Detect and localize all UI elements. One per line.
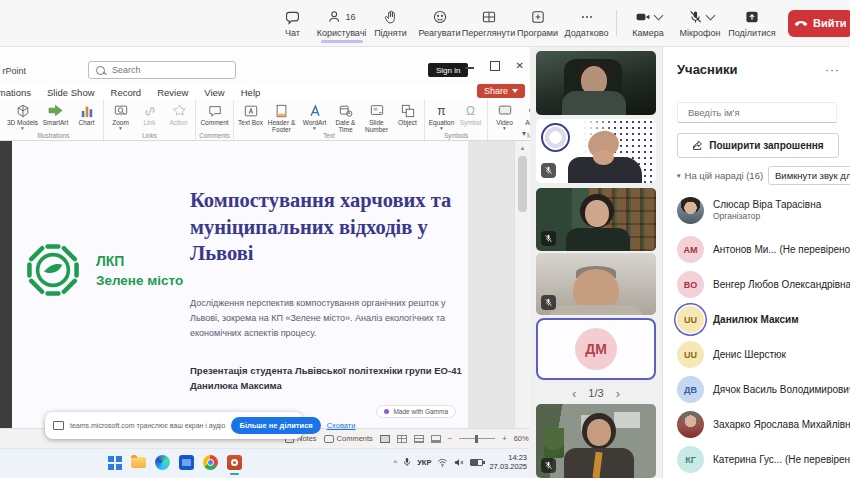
ribbon-item-video[interactable]: Video ▾ [490, 102, 519, 134]
video-tile-self[interactable] [536, 404, 656, 478]
tab-help[interactable]: Help [233, 87, 269, 98]
ribbon-item-slide-number[interactable]: Slide Number [360, 102, 393, 134]
start-button[interactable] [106, 454, 123, 471]
participant-row[interactable]: ДВ Дячок Василь Володимирович [663, 372, 850, 407]
ribbon-item-equation[interactable]: π Equation ▾ [427, 102, 456, 132]
tab-slide-show[interactable]: Slide Show [39, 87, 103, 98]
zoom-in-button[interactable]: + [502, 434, 506, 443]
leave-button[interactable]: Вийти [788, 10, 850, 37]
participants-search-box[interactable] [677, 102, 837, 123]
ribbon-item-zoom[interactable]: Zoom ▾ [106, 102, 135, 132]
slide-description: Дослідження перспектив компостування орг… [190, 296, 468, 341]
wifi-icon[interactable] [437, 458, 448, 467]
ribbon-item-date-time[interactable]: Date & Time [331, 102, 360, 134]
ribbon-item-wordart[interactable]: WordArt ▾ [298, 102, 331, 134]
page-next-icon[interactable]: › [616, 386, 620, 401]
sign-in-button[interactable]: Sign in [428, 63, 468, 77]
toolbar-microphone[interactable]: Мікрофон [674, 1, 726, 45]
participant-row[interactable]: UU Денис Шерстюк [663, 337, 850, 372]
powerpoint-taskbar-button[interactable] [226, 454, 243, 471]
ppt-share-button[interactable]: Share [477, 84, 525, 98]
slide-scrollbar[interactable]: ▴ [514, 141, 530, 428]
participant-row[interactable]: КГ Катерина Гус... (Не перевірено) [663, 442, 850, 477]
participant-row[interactable]: АМ Антонов Ми... (Не перевірено) [663, 232, 850, 267]
minimize-icon[interactable] [465, 67, 474, 68]
toolbar-share[interactable]: Поділитися [726, 1, 778, 45]
participants-search-input[interactable] [686, 106, 828, 119]
ribbon-item-smartart[interactable]: SmartArt [39, 102, 72, 132]
file-explorer-button[interactable] [130, 454, 147, 471]
camera-chevron-icon[interactable] [654, 11, 664, 21]
participants-more-icon[interactable]: ··· [825, 63, 840, 77]
word-app-button[interactable] [178, 454, 195, 471]
ribbon-collapse-chevron-icon[interactable]: ▾ [522, 129, 526, 138]
mute-all-button[interactable]: Вимкнути звук для ... [768, 166, 850, 185]
ribbon-item-comment[interactable]: Comment [198, 102, 231, 131]
video-tile-3[interactable] [536, 188, 656, 251]
tray-expand-icon[interactable]: ^ [393, 458, 397, 467]
toolbar-raise-hand[interactable]: Підняти [366, 1, 415, 45]
zoom-out-button[interactable]: − [448, 434, 452, 443]
tab-record[interactable]: Record [103, 87, 150, 98]
battery-icon[interactable] [470, 459, 483, 467]
toolbar-react[interactable]: Реагувати [415, 1, 464, 45]
slide-sorter-view-button[interactable] [397, 435, 407, 443]
video-tile-2[interactable] [536, 119, 656, 183]
taskbar-clock[interactable]: 14:23 27.03.2025 [489, 453, 527, 472]
participant-row[interactable]: ВО Венгер Любов Олександрівна [663, 267, 850, 302]
ribbon-item-object[interactable]: Object [393, 102, 422, 134]
scroll-up-icon[interactable]: ▴ [515, 141, 530, 152]
ribbon-item-header-footer[interactable]: Header & Footer [265, 102, 298, 134]
ribbon-item-text-box[interactable]: Text Box [236, 102, 265, 134]
video-tile-4[interactable] [536, 253, 656, 315]
share-invite-button[interactable]: Поширити запрошення [677, 133, 839, 158]
edge-button[interactable] [154, 454, 171, 471]
page-previous-icon[interactable]: ‹ [572, 386, 576, 401]
chrome-button[interactable] [202, 454, 219, 471]
toolbar-more[interactable]: Додатково [562, 1, 611, 45]
tray-microphone-icon[interactable] [403, 457, 411, 467]
slideshow-view-button[interactable] [431, 435, 441, 443]
toolbar-camera[interactable]: Камера [622, 1, 674, 45]
participant-row[interactable]: Захарко Ярослава Михайлівна [663, 407, 850, 442]
toolbar-chat[interactable]: Чат [268, 1, 317, 45]
ribbon-item-link[interactable]: Link [135, 102, 164, 132]
ribbon-item-3d-models[interactable]: 3D Models ▾ [6, 102, 39, 132]
video-tile-speaker[interactable]: ДМ [536, 318, 656, 380]
scrollbar-thumb[interactable] [518, 156, 527, 212]
close-icon[interactable]: ✕ [516, 60, 524, 71]
participant-row[interactable]: Слюсар Віра Тарасівна Організатор [663, 188, 850, 232]
windows-logo-icon [108, 456, 114, 462]
tab-view[interactable]: View [196, 87, 232, 98]
slide-thumbnail-strip[interactable] [0, 141, 12, 428]
toolbar-participants[interactable]: 16 Користувачі [317, 1, 366, 45]
restore-icon[interactable] [490, 61, 500, 71]
microphone-chevron-icon[interactable] [705, 11, 715, 21]
zoom-slider[interactable] [459, 438, 495, 439]
comments-button[interactable]: Comments [324, 434, 373, 443]
speaker-icon[interactable] [454, 458, 464, 467]
participant-row-self[interactable]: UU Данилюк Максим [663, 302, 850, 337]
zoom-slider-thumb[interactable] [475, 435, 478, 443]
hide-notification-link[interactable]: Сховати [327, 421, 356, 430]
tab-review[interactable]: Review [149, 87, 196, 98]
in-meeting-section-toggle[interactable]: ▾ На цій нараді (16) [677, 170, 763, 181]
stop-sharing-button[interactable]: Більше не ділитися [231, 417, 320, 434]
zoom-level[interactable]: 60% [514, 434, 529, 443]
video-tile-1[interactable] [536, 51, 656, 115]
toolbar-view[interactable]: Переглянути [464, 1, 513, 45]
leave-button-label: Вийти [813, 17, 847, 29]
taskbar-time: 14:23 [489, 453, 527, 462]
keyboard-language[interactable]: УКР [417, 458, 431, 467]
participant-name: Слюсар Віра Тарасівна [713, 199, 821, 210]
powerpoint-search-box[interactable] [88, 61, 236, 79]
powerpoint-search-input[interactable] [110, 64, 214, 76]
ribbon-item-chart[interactable]: Chart [72, 102, 101, 132]
ribbon-item-symbol[interactable]: Ω Symbol [456, 102, 485, 132]
reading-view-button[interactable] [414, 435, 424, 443]
normal-view-button[interactable] [380, 435, 390, 443]
tab-animations[interactable]: Animations [0, 87, 39, 98]
ribbon-item-action[interactable]: Action [164, 102, 193, 132]
toolbar-apps[interactable]: Програми [513, 1, 562, 45]
slide-title: Компостування харчових та муніципальних … [190, 187, 464, 267]
